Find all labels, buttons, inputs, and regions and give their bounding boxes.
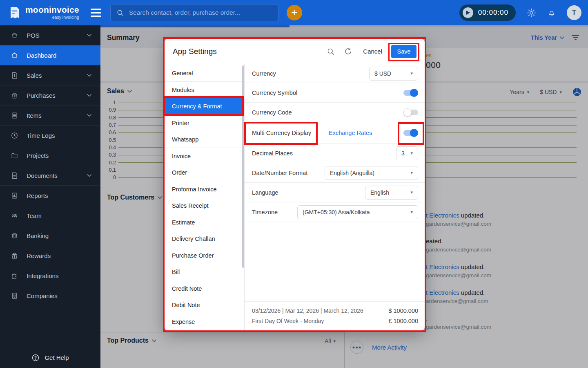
currency-code-label: Currency Code [252, 109, 292, 116]
app-logo[interactable]: mooninvoice easy invoicing [7, 6, 79, 20]
settings-nav-order[interactable]: Order [165, 164, 244, 181]
search-input[interactable] [129, 9, 264, 16]
sidebar-label: Dashboard [27, 52, 56, 59]
purchase-bag-icon [11, 92, 18, 99]
team-icon [11, 212, 18, 220]
save-button[interactable]: Save [391, 45, 416, 58]
sidebar-item-companies[interactable]: Companies [0, 286, 100, 306]
logo-title: mooninvoice [25, 6, 79, 14]
sidebar-item-documents[interactable]: Documents [0, 166, 100, 186]
add-new-button[interactable]: + [287, 5, 302, 20]
sidebar-label: Banking [27, 232, 49, 239]
cancel-button[interactable]: Cancel [363, 48, 382, 55]
bar-chart-icon [11, 192, 18, 200]
settings-nav-currency-format[interactable]: Currency & Format [165, 98, 244, 115]
sidebar-item-items[interactable]: Items [0, 105, 100, 126]
settings-nav-printer[interactable]: Printer [165, 115, 244, 132]
timezone-select[interactable]: (GMT+05:30) Asia/Kolkata▾ [297, 205, 418, 219]
timer-value: 00:00:00 [478, 9, 508, 17]
sidebar-item-integrations[interactable]: Integrations [0, 266, 100, 286]
home-icon [11, 52, 18, 59]
timezone-row: Timezone (GMT+05:30) Asia/Kolkata▾ [245, 202, 425, 222]
currency-label: Currency [252, 70, 276, 77]
notifications-bell-icon[interactable] [547, 8, 556, 17]
currency-row: Currency $ USD▾ [245, 64, 425, 83]
exchange-rates-link[interactable]: Exchange Rates [329, 130, 372, 136]
first-day-preview: First Day Of Week - Monday [252, 316, 324, 326]
amount-primary-preview: $ 1000.000 [388, 306, 418, 316]
settings-nav-general[interactable]: General [165, 65, 244, 82]
play-icon[interactable] [463, 7, 473, 18]
sidebar-item-time-logs[interactable]: Time Logs [0, 126, 100, 146]
settings-nav-debit-note[interactable]: Debit Note [165, 297, 244, 314]
timer-widget[interactable]: 00:00:00 [459, 4, 516, 21]
sidebar-item-projects[interactable]: Projects [0, 146, 100, 166]
sidebar-item-team[interactable]: Team [0, 206, 100, 226]
settings-nav-bill[interactable]: Bill [165, 264, 244, 280]
format-preview-footer: 03/12/2026 | Mar 12, 2026 | March 12, 20… [245, 301, 425, 330]
multi-currency-label: Multi Currency Display [252, 130, 320, 136]
settings-nav-expense[interactable]: Expense [165, 314, 244, 330]
get-help-label: Get Help [45, 354, 69, 361]
settings-nav-purchase-order[interactable]: Purchase Order [165, 247, 244, 264]
date-formats-preview: 03/12/2026 | Mar 12, 2026 | March 12, 20… [252, 306, 363, 316]
modal-title: App Settings [173, 47, 217, 56]
logo-tagline: easy invoicing [25, 15, 79, 20]
puzzle-icon [11, 272, 18, 280]
sidebar-item-dashboard[interactable]: Dashboard [0, 45, 100, 65]
sidebar-label: Purchases [27, 92, 56, 99]
menu-toggle-icon[interactable] [91, 9, 101, 17]
bank-icon [11, 232, 18, 240]
language-select[interactable]: English▾ [365, 186, 418, 200]
global-search[interactable] [110, 4, 278, 21]
basket-icon [11, 31, 18, 39]
language-label: Language [252, 189, 278, 196]
chevron-down-icon [87, 174, 91, 177]
currency-symbol-label: Currency Symbol [252, 90, 297, 96]
sidebar-item-sales[interactable]: Sales [0, 65, 100, 85]
settings-nav-credit-note[interactable]: Credit Note [165, 280, 244, 297]
decimal-places-select[interactable]: 3▾ [396, 146, 418, 160]
settings-nav-delivery-challan[interactable]: Delivery Challan [165, 231, 244, 247]
user-avatar[interactable]: T [567, 5, 581, 20]
settings-nav-sales-receipt[interactable]: Sales Receipt [165, 197, 244, 214]
chevron-down-icon [87, 114, 91, 117]
settings-panel: Currency $ USD▾ Currency Symbol Currency… [245, 64, 425, 330]
top-header: mooninvoice easy invoicing + 00:00:00 T [0, 0, 588, 25]
settings-nav-invoice[interactable]: Invoice [165, 148, 244, 165]
sidebar-label: Reports [27, 192, 48, 199]
date-format-label: Date/Number Format [252, 170, 307, 176]
sidebar-item-pos[interactable]: POS [0, 25, 100, 45]
folder-icon [11, 152, 18, 159]
date-format-select[interactable]: English (Anguilla)▾ [325, 166, 418, 180]
get-help-button[interactable]: Get Help [0, 347, 100, 368]
sidebar-label: Team [27, 212, 42, 219]
gift-icon [11, 252, 18, 260]
sidebar-item-rewards[interactable]: Rewards [0, 246, 100, 266]
currency-symbol-row: Currency Symbol [245, 83, 425, 103]
currency-code-toggle[interactable] [403, 108, 418, 117]
sidebar-label: Companies [27, 292, 58, 299]
multi-currency-toggle[interactable] [403, 129, 418, 137]
sidebar-item-banking[interactable]: Banking [0, 226, 100, 246]
reset-icon[interactable] [344, 47, 352, 56]
currency-select[interactable]: $ USD▾ [369, 67, 418, 81]
list-icon [11, 112, 18, 119]
sidebar-label: POS [27, 32, 40, 39]
settings-nav-modules[interactable]: Modules [165, 82, 244, 99]
amount-secondary-preview: £ 1000.000 [388, 316, 418, 326]
settings-gear-icon[interactable] [526, 8, 537, 18]
settings-search-icon[interactable] [327, 47, 335, 56]
settings-nav-proforma-invoice[interactable]: Proforma Invoice [165, 181, 244, 198]
multi-currency-row: Multi Currency Display Exchange Rates [245, 122, 425, 144]
sidebar-item-reports[interactable]: Reports [0, 186, 100, 206]
settings-nav-whatsapp[interactable]: Whatsapp [165, 131, 244, 148]
building-icon [11, 292, 18, 300]
date-format-row: Date/Number Format English (Anguilla)▾ [245, 163, 425, 183]
settings-nav-estimate[interactable]: Estimate [165, 214, 244, 231]
sidebar-item-purchases[interactable]: Purchases [0, 85, 100, 105]
sidebar-label: Sales [27, 72, 42, 79]
scrollbar-thumb[interactable] [242, 65, 244, 268]
currency-symbol-toggle[interactable] [403, 89, 418, 97]
decimal-places-row: Decimal Places 3▾ [245, 144, 425, 163]
